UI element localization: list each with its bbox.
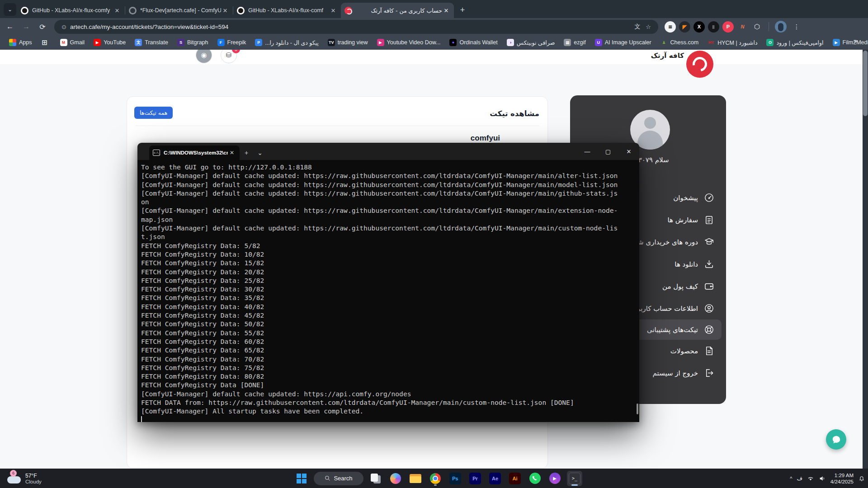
illustrator-button[interactable]: Ai <box>507 471 523 486</box>
wifi-icon[interactable] <box>807 475 814 482</box>
terminal-titlebar[interactable]: c:\_ C:\WINDOWS\system32\cmd. ✕ + ⌄ — ▢ … <box>137 143 639 160</box>
photoshop-button[interactable]: Ps <box>448 471 463 486</box>
orders-icon <box>704 215 714 225</box>
bookmark-item[interactable]: 文 Translate <box>131 37 172 48</box>
tab-github-2[interactable]: GitHub - XLabs-AI/x-flux-comf ✕ <box>233 3 341 18</box>
bookmark-star-icon[interactable]: ☆ <box>643 21 654 32</box>
support-chat-button[interactable] <box>826 429 846 450</box>
artech-favicon <box>344 7 352 14</box>
weather-alert-badge: 6 <box>10 470 17 477</box>
x-extension-icon[interactable]: X <box>693 21 705 33</box>
tab-artech-active[interactable]: حساب کاربری من - کافه آرتک ✕ <box>341 3 454 18</box>
tab-close-icon[interactable]: ✕ <box>113 6 121 14</box>
maximize-button[interactable]: ▢ <box>598 143 618 160</box>
dark-extension-icon[interactable]: ⣿ <box>708 21 719 33</box>
bookmark-item[interactable]: ▶ Film2Media <box>829 37 868 48</box>
all-tickets-button[interactable]: همه تیکت‌ها <box>134 107 173 119</box>
whatsapp-button[interactable] <box>527 471 542 486</box>
bookmark-favicon: 文 <box>135 39 142 46</box>
chrome-button[interactable] <box>428 471 443 486</box>
whatsapp-icon <box>529 473 541 484</box>
bookmark-favicon: P <box>255 39 262 46</box>
taskbar-clock[interactable]: 1:29 AM 4/24/2025 <box>830 472 854 485</box>
minimize-button[interactable]: — <box>577 143 598 160</box>
bookmark-item[interactable]: ◑ صرافی نوبیتکس <box>503 37 559 48</box>
terminal-scrollbar-thumb[interactable] <box>637 404 638 414</box>
file-explorer-button[interactable] <box>408 471 423 486</box>
bookmark-item[interactable]: F Freepik <box>214 37 250 48</box>
bookmark-item[interactable]: P پیکو دی ال - دانلود را... <box>251 37 322 48</box>
bookmark-item[interactable]: Apps <box>5 37 36 48</box>
bookmark-item[interactable]: O اوامپی‌فینکس | ورود <box>763 37 827 48</box>
bookmark-item[interactable]: S Bitgraph <box>174 37 212 48</box>
browser-menu-icon[interactable]: ⋮ <box>793 23 800 30</box>
bookmark-item[interactable]: ● Ordinals Wallet <box>446 37 501 48</box>
media-player-button[interactable]: ▶ <box>547 471 562 486</box>
bookmark-item[interactable]: ♟ Chess.com <box>657 37 703 48</box>
reload-icon[interactable]: ⟳ <box>36 20 49 33</box>
tab-search-button[interactable]: ⌄ <box>4 3 16 16</box>
account-icon[interactable]: ◉ <box>196 50 212 63</box>
back-icon[interactable]: ← <box>4 20 16 33</box>
bookmark-label: Youtube Video Dow... <box>387 39 441 46</box>
terminal-taskbar-button[interactable]: >_ <box>567 471 582 486</box>
p-extension-icon[interactable]: P <box>722 21 734 33</box>
new-tab-button[interactable]: + <box>457 4 468 16</box>
premiere-button[interactable]: Pr <box>467 471 483 486</box>
bookmark-item[interactable]: ▦ ezgif <box>560 37 589 48</box>
keyboard-language-indicator[interactable]: ف <box>797 475 802 482</box>
profile-avatar[interactable] <box>775 21 787 33</box>
photoshop-icon: Ps <box>449 473 461 484</box>
tab-close-icon[interactable]: ✕ <box>221 6 229 14</box>
bookmark-item[interactable]: ▶ YouTube <box>90 37 129 48</box>
copilot-button[interactable] <box>388 471 403 486</box>
bookmarks-overflow-chevron[interactable]: » <box>849 37 862 44</box>
task-view-button[interactable] <box>368 471 383 486</box>
bookmark-item[interactable]: ▶ Youtube Video Dow... <box>373 37 444 48</box>
terminal-tab[interactable]: c:\_ C:\WINDOWS\system32\cmd. ✕ <box>149 145 240 160</box>
url-text[interactable]: artech.cafe/my-account/tickets/?action=v… <box>70 23 632 30</box>
wallet-icon <box>704 281 714 291</box>
address-bar[interactable]: ⊙ artech.cafe/my-account/tickets/?action… <box>54 20 658 34</box>
forward-icon[interactable]: → <box>20 20 33 33</box>
translate-icon[interactable]: 文 <box>632 21 643 32</box>
n-wave-extension-icon[interactable]: N <box>737 21 748 33</box>
bookmark-label: HYCM | داشبورد <box>717 39 757 46</box>
terminal-tab-close-icon[interactable]: ✕ <box>228 150 236 156</box>
search-icon <box>325 475 330 481</box>
tab-close-icon[interactable]: ✕ <box>329 6 337 14</box>
bookmark-item[interactable]: TV trading view <box>324 37 372 48</box>
bookmark-item[interactable]: M Gmail <box>57 37 89 48</box>
site-logo[interactable] <box>686 51 713 78</box>
terminal-window[interactable]: c:\_ C:\WINDOWS\system32\cmd. ✕ + ⌄ — ▢ … <box>137 143 639 422</box>
bookmark-item[interactable]: HY HYCM | داشبورد <box>704 37 761 48</box>
terminal-tab-dropdown-icon[interactable]: ⌄ <box>253 146 267 160</box>
terminal-console[interactable]: To see the GUI go to: http://127.0.0.1:8… <box>137 160 639 422</box>
page-title: مشاهده تیکت <box>490 109 539 118</box>
bookmark-favicon: ▶ <box>94 39 101 46</box>
tab-github-1[interactable]: GitHub - XLabs-AI/x-flux-comfy ✕ <box>17 3 125 18</box>
close-button[interactable]: ✕ <box>618 143 639 160</box>
weather-widget[interactable]: 6 57°F Cloudy <box>6 473 42 484</box>
tray-overflow-chevron[interactable]: ^ <box>790 476 792 481</box>
extensions-puzzle-icon[interactable]: ⬡ <box>751 21 763 33</box>
bookmark-item[interactable]: U AI Image Upscaler <box>591 37 655 48</box>
metamask-icon[interactable]: ◤ <box>679 21 690 33</box>
volume-icon[interactable] <box>819 475 826 482</box>
qr-extension-icon[interactable]: ▦ <box>665 21 676 33</box>
tab-close-icon[interactable]: ✕ <box>442 6 450 14</box>
tray-time: 1:29 AM <box>830 472 854 479</box>
taskbar-search[interactable]: Search <box>314 472 363 485</box>
support-tickets-icon <box>704 324 714 335</box>
bookmark-favicon: F <box>217 39 225 46</box>
bookmark-item[interactable]: ⊞ <box>38 37 55 48</box>
notifications-bell-icon[interactable] <box>858 475 865 482</box>
screen: ⌄ GitHub - XLabs-AI/x-flux-comfy ✕ *Flux… <box>0 0 868 488</box>
start-button[interactable] <box>294 471 309 486</box>
tab-flux-dev[interactable]: *Flux-Dev[artech.cafe] - ComfyU ✕ <box>125 3 233 18</box>
site-info-icon[interactable]: ⊙ <box>61 23 66 30</box>
terminal-new-tab-button[interactable]: + <box>240 146 253 160</box>
aftereffects-button[interactable]: Ae <box>487 471 503 486</box>
sidebar-item-label: سفارش ها <box>667 216 698 224</box>
page-scrollbar-thumb[interactable] <box>863 51 868 116</box>
